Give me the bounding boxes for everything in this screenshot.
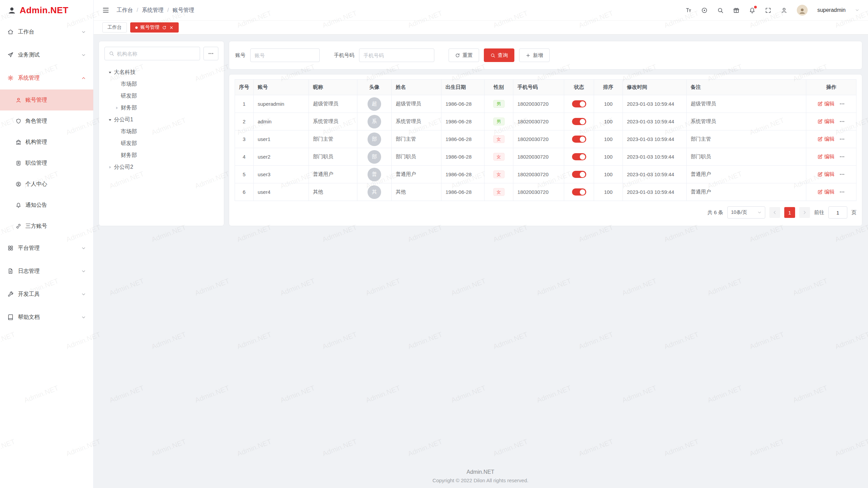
cell-gender: 女 <box>485 183 513 201</box>
test-icon <box>7 52 14 58</box>
query-button[interactable]: 查询 <box>484 48 514 62</box>
thirdparty-icon <box>16 223 21 229</box>
close-icon[interactable] <box>169 25 174 30</box>
reset-button[interactable]: 重置 <box>449 48 479 62</box>
column-header: 备注 <box>687 80 806 95</box>
page-size-select[interactable]: 10条/页 <box>727 206 765 219</box>
cell-nickname: 系统管理员 <box>309 113 357 130</box>
sidebar-item-3[interactable]: 平台管理 <box>0 237 93 260</box>
tab-1[interactable]: 账号管理 <box>130 22 179 33</box>
row-more-button[interactable] <box>839 189 845 195</box>
plus-icon <box>526 53 531 58</box>
tree-node[interactable]: 研发部 <box>104 90 218 102</box>
fullscreen-icon[interactable] <box>765 7 771 14</box>
account-input-wrap <box>250 48 320 62</box>
edit-button[interactable]: 编辑 <box>817 136 834 142</box>
operation-buttons: 编辑 <box>817 154 845 160</box>
avatar[interactable] <box>797 5 808 16</box>
row-more-button[interactable] <box>839 154 845 160</box>
sidebar-item-5[interactable]: 开发工具 <box>0 283 93 306</box>
tree-node[interactable]: 分公司2 <box>104 161 218 173</box>
breadcrumb-item[interactable]: 工作台 <box>117 7 133 14</box>
tree-node[interactable]: 分公司1 <box>104 114 218 126</box>
tree-node[interactable]: 财务部 <box>104 149 218 161</box>
tree-caret-icon <box>113 140 121 148</box>
status-toggle[interactable] <box>572 153 586 160</box>
status-toggle[interactable] <box>572 100 586 107</box>
add-button[interactable]: 新增 <box>519 48 550 62</box>
layout-config-icon[interactable] <box>733 7 739 14</box>
org-more-button[interactable] <box>203 47 218 60</box>
user-icon[interactable] <box>781 7 787 14</box>
cell-gender: 女 <box>485 166 513 183</box>
row-more-button[interactable] <box>839 136 845 142</box>
sidebar-item-4[interactable]: 日志管理 <box>0 260 93 283</box>
row-more-button[interactable] <box>839 171 845 177</box>
page-1-button[interactable]: 1 <box>784 207 795 218</box>
table-row: 1superadmin超级管理员超超级管理员1986-06-28男1802003… <box>235 95 856 113</box>
menu-collapse-icon[interactable] <box>102 7 109 14</box>
sidebar-subitem-0[interactable]: 账号管理 <box>0 89 93 110</box>
username[interactable]: superadmin <box>817 7 846 13</box>
tree-caret-icon[interactable] <box>106 68 114 77</box>
edit-button[interactable]: 编辑 <box>817 189 834 195</box>
sidebar-item-0[interactable]: 工作台 <box>0 20 93 43</box>
cell-sort: 100 <box>594 148 623 166</box>
sidebar-item-6[interactable]: 帮助文档 <box>0 306 93 329</box>
sidebar-item-2[interactable]: 系统管理 <box>0 66 93 89</box>
table-header-row: 序号账号昵称头像姓名出生日期性别手机号码状态排序修改时间备注操作 <box>235 80 856 95</box>
gender-badge: 女 <box>493 135 505 143</box>
component-size-icon[interactable] <box>701 7 708 14</box>
prev-page-button[interactable] <box>769 207 780 218</box>
refresh-icon[interactable] <box>162 25 166 30</box>
status-toggle[interactable] <box>572 188 586 196</box>
submenu-item-label: 通知公告 <box>25 202 47 209</box>
goto-page-input[interactable] <box>828 206 847 219</box>
sidebar-subitem-5[interactable]: 通知公告 <box>0 195 93 216</box>
sidebar-subitem-2[interactable]: 机构管理 <box>0 131 93 152</box>
sidebar-subitem-3[interactable]: 职位管理 <box>0 152 93 174</box>
tree-caret-icon[interactable] <box>113 104 121 112</box>
page-unit: 页 <box>851 209 856 216</box>
sidebar-subitem-1[interactable]: 角色管理 <box>0 110 93 131</box>
row-more-button[interactable] <box>839 119 845 124</box>
tree-node[interactable]: 市场部 <box>104 126 218 138</box>
next-page-button[interactable] <box>799 207 810 218</box>
sidebar-subitem-6[interactable]: 三方账号 <box>0 216 93 237</box>
submenu-item-label: 账号管理 <box>25 97 47 104</box>
chevron-down-icon[interactable] <box>855 8 859 12</box>
font-size-icon[interactable] <box>685 7 692 14</box>
status-toggle[interactable] <box>572 118 586 125</box>
sidebar-subitem-4[interactable]: 个人中心 <box>0 174 93 195</box>
account-input[interactable] <box>255 53 315 58</box>
tree-node[interactable]: 大名科技 <box>104 66 218 78</box>
submenu-item-label: 个人中心 <box>25 181 47 188</box>
row-more-button[interactable] <box>839 101 845 107</box>
org-search-input[interactable] <box>117 51 196 57</box>
tree-caret-icon[interactable] <box>106 116 114 124</box>
breadcrumb-item[interactable]: 账号管理 <box>173 7 194 14</box>
edit-button[interactable]: 编辑 <box>817 118 834 125</box>
tags-bar: 工作台账号管理 <box>94 20 868 35</box>
status-toggle[interactable] <box>572 171 586 178</box>
app-logo[interactable]: Admin.NET <box>0 0 93 20</box>
status-toggle[interactable] <box>572 136 586 143</box>
chevron-up-icon <box>81 76 86 80</box>
tree-node[interactable]: 财务部 <box>104 102 218 114</box>
breadcrumb-item[interactable]: 系统管理 <box>142 7 163 14</box>
edit-button[interactable]: 编辑 <box>817 101 834 107</box>
tab-0[interactable]: 工作台 <box>102 22 127 33</box>
edit-button[interactable]: 编辑 <box>817 154 834 160</box>
tree-node[interactable]: 市场部 <box>104 78 218 90</box>
notification-bell[interactable] <box>749 7 755 14</box>
header-actions: superadmin <box>685 5 859 16</box>
tree-node[interactable]: 研发部 <box>104 138 218 149</box>
avatar-person-icon <box>798 7 806 15</box>
edit-button[interactable]: 编辑 <box>817 171 834 178</box>
search-icon[interactable] <box>717 7 724 14</box>
logo-icon <box>7 6 16 15</box>
phone-input[interactable] <box>363 53 430 58</box>
cell-status <box>564 183 594 201</box>
sidebar-item-1[interactable]: 业务测试 <box>0 43 93 66</box>
tree-caret-icon[interactable] <box>106 163 114 171</box>
